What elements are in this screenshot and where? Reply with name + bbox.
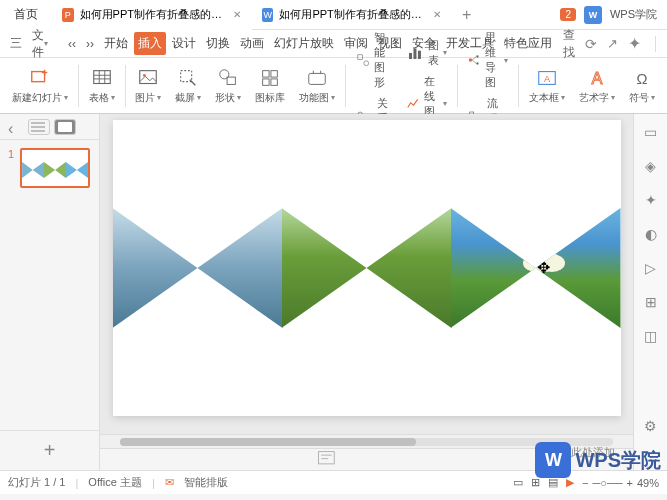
zoom-control[interactable]: − ─○── + 49% <box>582 477 659 489</box>
close-icon[interactable]: ✕ <box>432 9 442 21</box>
menu-start[interactable]: 开始 <box>100 32 132 55</box>
search-icon <box>558 43 559 44</box>
slide-canvas[interactable]: ✥ <box>113 120 621 416</box>
rail-template-icon[interactable]: ⊞ <box>641 292 661 312</box>
tool-shape[interactable]: 形状▾ <box>209 60 247 111</box>
tool-image[interactable]: 图片▾ <box>129 60 167 111</box>
smartshape-icon <box>356 53 370 67</box>
svg-rect-14 <box>227 77 235 84</box>
slide-thumbnail-1[interactable]: 1 <box>8 148 91 188</box>
tool-screenshot[interactable]: 截屏▾ <box>169 60 207 111</box>
svg-point-32 <box>477 62 479 64</box>
tab-file-docx[interactable]: W 如何用PPT制作有折叠感的图片.docx ✕ <box>252 0 452 30</box>
svg-rect-18 <box>271 78 277 84</box>
tool-new-slide[interactable]: 新建幻灯片▾ <box>6 60 74 111</box>
tab-label: 如何用PPT制作有折叠感的图片.pptx <box>80 7 227 22</box>
menu-design[interactable]: 设计 <box>168 32 200 55</box>
chart-icon <box>406 44 424 62</box>
menu-hamburger-icon[interactable]: 三 <box>6 30 26 57</box>
onlinechart-icon <box>406 97 420 111</box>
nav-next-icon[interactable]: ›› <box>82 30 98 57</box>
svg-text:Ω: Ω <box>637 70 648 86</box>
svg-rect-44 <box>58 122 72 132</box>
rail-tools-icon[interactable]: ⚙ <box>641 416 661 436</box>
view-normal-icon[interactable]: ▭ <box>513 476 523 489</box>
wps-watermark-text: WPS学院 <box>575 447 661 474</box>
thumbnail-view-icon[interactable] <box>54 119 76 135</box>
tool-textbox[interactable]: A 文本框▾ <box>523 60 571 111</box>
close-icon[interactable]: ✕ <box>232 9 242 21</box>
svg-point-31 <box>477 55 479 57</box>
tool-iconlib[interactable]: 图标库 <box>249 60 291 111</box>
slide-panel: ‹ 1 + <box>0 114 100 470</box>
zoom-in-icon[interactable]: + <box>627 477 633 489</box>
wps-logo-icon[interactable]: W <box>584 6 602 24</box>
tool-symbol[interactable]: Ω 符号▾ <box>623 60 661 111</box>
svg-rect-19 <box>309 73 326 84</box>
search-button[interactable]: 查找 <box>558 27 575 61</box>
message-badge[interactable]: 2 <box>560 8 576 21</box>
add-tab-button[interactable]: + <box>452 6 481 24</box>
file-menu[interactable]: 文件▾ <box>28 30 52 57</box>
svg-rect-28 <box>413 48 416 58</box>
svg-line-34 <box>473 60 477 63</box>
collapse-icon[interactable]: ‹ <box>8 120 22 134</box>
mail-icon[interactable]: ✉ <box>165 476 174 489</box>
slide-number: 1 <box>8 148 14 160</box>
zoom-out-icon[interactable]: − <box>582 477 588 489</box>
svg-point-30 <box>469 58 472 61</box>
tool-chart[interactable]: 图表▾ <box>404 36 449 70</box>
toolbar: 新建幻灯片▾ 表格▾ 图片▾ 截屏▾ 形状▾ 图标库 功能图▾ 智能图形 关系图 <box>0 58 667 114</box>
svg-text:A: A <box>591 68 602 86</box>
rail-effect-icon[interactable]: ◐ <box>641 224 661 244</box>
workspace: ‹ 1 + ✥ <box>0 114 667 470</box>
smart-layout[interactable]: 智能排版 <box>184 475 228 490</box>
right-rail: ▭ ◈ ✦ ◐ ▷ ⊞ ◫ ⚙ ⋯ <box>633 114 667 470</box>
doc-icon: W <box>262 8 273 22</box>
menu-transition[interactable]: 切换 <box>202 32 234 55</box>
rail-animate-icon[interactable]: ✦ <box>641 190 661 210</box>
tab-file-pptx[interactable]: P 如何用PPT制作有折叠感的图片.pptx ✕ <box>52 0 252 30</box>
svg-point-23 <box>364 61 369 66</box>
tool-mindmap[interactable]: 思维导图▾ <box>465 28 510 92</box>
svg-rect-45 <box>319 452 335 464</box>
image-segment-1[interactable] <box>113 208 283 328</box>
add-slide-button[interactable]: + <box>0 430 99 470</box>
notes-icon <box>110 449 543 470</box>
zoom-value[interactable]: 49% <box>637 477 659 489</box>
svg-rect-5 <box>93 70 110 83</box>
theme-label[interactable]: Office 主题 <box>88 475 142 490</box>
image-segment-3[interactable]: ✥ <box>451 208 621 328</box>
rail-play-icon[interactable]: ▷ <box>641 258 661 278</box>
menu-animation[interactable]: 动画 <box>236 32 268 55</box>
tool-funcimg[interactable]: 功能图▾ <box>293 60 341 111</box>
watermark: W WPS学院 <box>535 442 661 478</box>
cloud-sync-icon[interactable]: ⟳ <box>585 36 597 52</box>
sparkle-icon[interactable]: ✦ <box>628 34 641 53</box>
rail-resource-icon[interactable]: ◫ <box>641 326 661 346</box>
rail-style-icon[interactable]: ◈ <box>641 156 661 176</box>
tool-table[interactable]: 表格▾ <box>83 60 121 111</box>
share-icon[interactable]: ↗ <box>607 36 618 51</box>
menu-slideshow[interactable]: 幻灯片放映 <box>270 32 338 55</box>
titlebar: 首页 P 如何用PPT制作有折叠感的图片.pptx ✕ W 如何用PPT制作有折… <box>0 0 667 30</box>
svg-rect-10 <box>140 70 157 83</box>
svg-text:A: A <box>544 73 551 83</box>
tool-smartshape[interactable]: 智能图形 <box>354 28 394 92</box>
nav-prev-icon[interactable]: ‹‹ <box>64 30 80 57</box>
scrollbar-thumb[interactable] <box>120 438 416 446</box>
rail-select-icon[interactable]: ▭ <box>641 122 661 142</box>
outline-view-icon[interactable] <box>28 119 50 135</box>
image-segment-2[interactable] <box>282 208 452 328</box>
wps-academy-label: WPS学院 <box>610 7 657 22</box>
menu-insert[interactable]: 插入 <box>134 32 166 55</box>
tab-label: 如何用PPT制作有折叠感的图片.docx <box>279 7 426 22</box>
tab-home[interactable]: 首页 <box>0 0 52 30</box>
svg-rect-27 <box>409 53 412 59</box>
folded-image-group[interactable]: ✥ <box>113 208 621 328</box>
svg-rect-29 <box>418 50 421 58</box>
wps-watermark-icon: W <box>535 442 571 478</box>
svg-line-33 <box>473 57 477 60</box>
canvas-area: ✥ 单击此处添加备注 <box>100 114 633 470</box>
tool-wordart[interactable]: A 艺术字▾ <box>573 60 621 111</box>
